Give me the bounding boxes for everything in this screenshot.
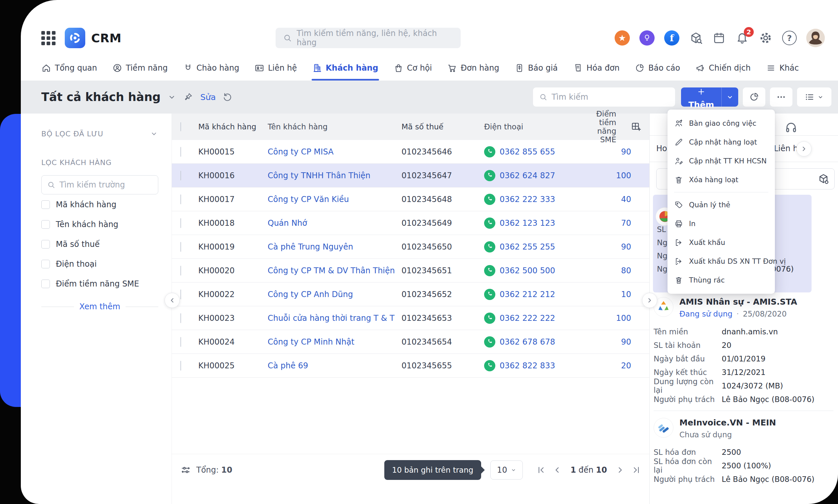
menu-item-bulk-update[interactable]: Cập nhật hàng loạt [667, 133, 775, 151]
row-checkbox[interactable] [181, 289, 181, 299]
nav-contacts[interactable]: Liên hệ [254, 55, 297, 80]
nav-leads[interactable]: Tiềm năng [112, 55, 168, 80]
customer-link[interactable]: Công ty CP Minh Nhật [268, 337, 354, 346]
checkbox[interactable] [41, 280, 50, 288]
nav-orders[interactable]: Đơn hàng [447, 55, 499, 80]
row-checkbox[interactable] [181, 194, 181, 204]
view-dropdown-chevron-icon[interactable] [167, 92, 176, 102]
add-button[interactable]: Thêm [681, 88, 738, 107]
phone-link[interactable]: 0362 212 212 [500, 290, 555, 299]
phone-link[interactable]: 0362 855 655 [500, 147, 555, 157]
nav-more[interactable]: Khác [766, 55, 799, 80]
menu-item-export[interactable]: Xuất khẩu [667, 233, 775, 252]
nav-customers[interactable]: Khách hàng [312, 55, 378, 80]
view-mode-button[interactable] [797, 88, 832, 107]
product-search-icon[interactable] [689, 31, 703, 45]
checkbox[interactable] [41, 260, 50, 268]
customer-link[interactable]: Công ty CP MISA [268, 147, 334, 157]
more-actions-button[interactable] [770, 88, 792, 107]
nav-offers[interactable]: Chào hàng [183, 55, 239, 80]
saved-filters-chevron-icon[interactable] [150, 129, 158, 138]
menu-item-recycle-bin[interactable]: Thùng rác [667, 271, 775, 289]
table-row[interactable]: KH00015 Công ty CP MISA 0102345646 0362 … [172, 140, 649, 164]
col-header-phone[interactable]: Điện thoại [484, 123, 583, 131]
filter-option-phone[interactable]: Điện thoại [41, 254, 158, 274]
filter-option-customer-name[interactable]: Tên khách hàng [41, 215, 158, 234]
first-page-icon[interactable] [537, 465, 546, 475]
apps-grid-icon[interactable] [41, 31, 55, 45]
product-status-link[interactable]: Đang sử dụng [679, 310, 733, 318]
table-row[interactable]: KH00024 Công ty CP Minh Nhật 0102345654 … [172, 330, 649, 354]
cube-icon[interactable] [817, 173, 830, 185]
phone-link[interactable]: 0362 678 678 [500, 337, 555, 346]
filter-option-sme-score[interactable]: Điểm tiềm năng SME [41, 274, 158, 293]
phone-link[interactable]: 0362 255 255 [500, 242, 555, 252]
row-checkbox[interactable] [181, 313, 181, 323]
table-row[interactable]: KH00020 Công ty CP TM & DV Thân Thiện 01… [172, 259, 649, 283]
filter-option-customer-code[interactable]: Mã khách hàng [41, 195, 158, 214]
customer-link[interactable]: Chuỗi cửa hàng thời trang T & T [268, 313, 395, 323]
next-page-icon[interactable] [616, 465, 625, 475]
global-search-input[interactable]: Tìm kiếm tiềm năng, liên hệ, khách hàng [276, 28, 461, 48]
row-checkbox[interactable] [181, 242, 181, 252]
row-checkbox[interactable] [181, 337, 181, 347]
customer-link[interactable]: Quán Nhớ [268, 218, 307, 228]
checkbox[interactable] [41, 200, 50, 209]
table-row[interactable]: KH00023 Chuỗi cửa hàng thời trang T & T … [172, 306, 649, 330]
nav-opportunities[interactable]: Cơ hội [394, 55, 432, 80]
col-header-tax[interactable]: Mã số thuế [401, 123, 484, 131]
menu-item-update-hcsn[interactable]: Cập nhật TT KH HCSN [667, 151, 775, 170]
checkbox[interactable] [41, 240, 50, 249]
reset-icon[interactable] [222, 92, 232, 102]
nav-reports[interactable]: Báo cáo [635, 55, 680, 80]
col-header-code[interactable]: Mã khách hàng [198, 123, 268, 131]
settings-gear-icon[interactable] [759, 31, 773, 45]
nav-invoices[interactable]: Hóa đơn [573, 55, 620, 80]
table-row[interactable]: KH00022 Công ty CP Anh Dũng 0102345652 0… [172, 283, 649, 306]
crm-logo-icon[interactable] [65, 28, 85, 48]
headphones-icon[interactable] [785, 121, 798, 134]
menu-item-manage-tags[interactable]: Quản lý thẻ [667, 195, 775, 214]
nav-quotes[interactable]: Báo giá [514, 55, 558, 80]
row-checkbox[interactable] [181, 147, 181, 157]
menu-item-export-units[interactable]: Xuất khẩu DS XN TT Đơn vị [667, 252, 775, 271]
table-row[interactable]: KH00025 Cà phê 69 0102345655 0362 822 83… [172, 354, 649, 378]
facebook-icon[interactable]: f [664, 30, 679, 46]
customer-link[interactable]: Cà phê Trung Nguyên [268, 242, 353, 252]
nav-overview[interactable]: Tổng quan [41, 55, 97, 80]
star-icon[interactable]: ★ [615, 30, 630, 46]
table-row[interactable]: KH00019 Cà phê Trung Nguyên 0102345650 0… [172, 235, 649, 259]
add-column-icon[interactable] [628, 119, 644, 135]
field-search-input[interactable]: Tìm kiếm trường [41, 175, 158, 194]
customer-link[interactable]: Công ty CP Anh Dũng [268, 290, 353, 299]
panel-next-icon[interactable] [797, 141, 811, 157]
collapse-sidebar-icon[interactable] [165, 293, 180, 308]
customer-link[interactable]: Công ty TNHH Thân Thiện [268, 171, 371, 180]
lightbulb-icon[interactable] [639, 30, 655, 46]
expand-panel-icon[interactable] [642, 293, 657, 308]
select-all-checkbox[interactable] [181, 122, 181, 131]
table-row[interactable]: KH00018 Quán Nhớ 0102345649 0362 123 123… [172, 211, 649, 235]
calendar-icon[interactable] [713, 31, 726, 44]
menu-item-print[interactable]: In [667, 214, 775, 233]
col-header-name[interactable]: Tên khách hàng [268, 123, 401, 131]
notifications-bell-icon[interactable]: 2 [735, 31, 749, 45]
add-button-caret[interactable] [721, 88, 738, 107]
list-search-input[interactable]: Tìm kiếm [533, 88, 675, 107]
pin-icon[interactable] [183, 92, 193, 102]
phone-link[interactable]: 0362 822 833 [500, 361, 555, 370]
row-checkbox[interactable] [181, 266, 181, 275]
checkbox[interactable] [41, 220, 50, 229]
phone-link[interactable]: 0362 222 333 [500, 195, 555, 204]
row-checkbox[interactable] [181, 170, 181, 181]
phone-link[interactable]: 0362 123 123 [500, 218, 555, 228]
row-checkbox[interactable] [181, 361, 181, 371]
last-page-icon[interactable] [631, 465, 641, 475]
chart-button[interactable] [743, 88, 765, 107]
filter-option-tax-code[interactable]: Mã số thuế [41, 235, 158, 254]
table-row-selected[interactable]: KH00016 Công ty TNHH Thân Thiện 01023456… [172, 164, 649, 187]
see-more-link[interactable]: Xem thêm [79, 302, 120, 311]
menu-item-bulk-delete[interactable]: Xóa hàng loạt [667, 170, 775, 189]
prev-page-icon[interactable] [552, 465, 562, 475]
customer-link[interactable]: Cà phê 69 [268, 361, 308, 370]
